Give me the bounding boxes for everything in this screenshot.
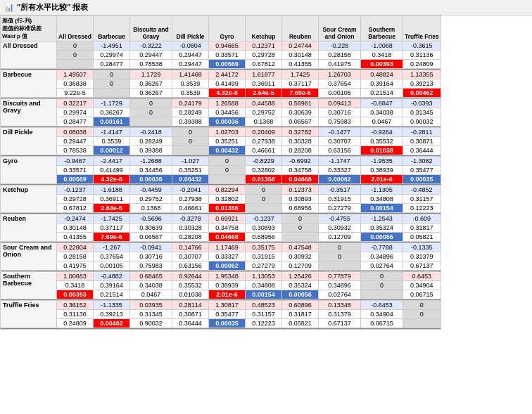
cell-9-1-2: 0.00462 xyxy=(94,319,130,328)
cell-9-2-2: 0.90032 xyxy=(130,319,172,328)
cell-2-9-1: 0.31345 xyxy=(403,108,441,117)
cell-8-2-2: 0.0467 xyxy=(130,290,172,299)
cell-2-2-0: 0 xyxy=(130,99,172,108)
cell-4-1-2: 4.32e-8 xyxy=(94,175,130,184)
cell-4-1-0: -2.4417 xyxy=(94,157,130,166)
cell-4-2-1: 0.34456 xyxy=(130,166,172,175)
cell-3-4-1: 0.35251 xyxy=(209,137,246,146)
cell-4-9-2: 0.00035 xyxy=(403,175,441,184)
cell-6-1-0: -1.7425 xyxy=(94,214,130,224)
cell-2-5-0: 0.44588 xyxy=(246,99,282,108)
cell-2-5-2: 0.1368 xyxy=(246,117,282,127)
cell-2-3-2: 0.39388 xyxy=(172,117,209,127)
cell-3-2-1: 0.28249 xyxy=(130,137,172,146)
cell-7-6-1: 0.30932 xyxy=(282,252,319,261)
cell-4-4-1: 0 xyxy=(209,166,246,175)
cell-0-0-2 xyxy=(57,60,94,69)
cell-0-0-1: 0 xyxy=(57,51,94,60)
cell-8-3-2: 0.01038 xyxy=(172,290,209,299)
cell-3-7-1: 0.30707 xyxy=(319,137,361,146)
cell-1-5-2: 2.64e-5 xyxy=(246,89,282,98)
cell-6-0-1: 0.30148 xyxy=(57,224,94,233)
cell-2-4-2: 0.00036 xyxy=(209,117,246,127)
cell-3-8-0: -0.9264 xyxy=(361,128,403,137)
cell-9-8-2: 0.06715 xyxy=(361,319,403,328)
cell-2-3-1: 0.28249 xyxy=(172,108,209,117)
cell-7-4-2: 0.00062 xyxy=(209,261,246,271)
row-label-4: Gyro xyxy=(1,157,57,184)
cell-9-3-0: 0.28114 xyxy=(172,301,209,310)
cell-6-9-0: -0.609 xyxy=(403,214,441,224)
cell-3-3-2 xyxy=(172,146,209,155)
cell-5-0-2: 0.67812 xyxy=(57,204,94,213)
cell-2-8-0: -0.6847 xyxy=(361,99,403,108)
cell-1-4-2: 4.32e-8 xyxy=(209,89,246,98)
cell-6-2-1: 0.30639 xyxy=(130,224,172,233)
cell-6-7-1: 0.30932 xyxy=(319,224,361,233)
cell-3-4-2: 0.00432 xyxy=(209,146,246,155)
cell-4-8-1: 0.38939 xyxy=(361,166,403,175)
cell-2-6-1: 0.30639 xyxy=(282,108,319,117)
cell-0-7-1: 0.28158 xyxy=(319,51,361,60)
cell-1-7-0: 1.26703 xyxy=(319,70,361,79)
cell-7-8-2: 0.02764 xyxy=(361,261,403,271)
cell-0-6-1: 0.30148 xyxy=(282,51,319,60)
cell-8-8-2 xyxy=(361,290,403,299)
cell-5-7-1: 0.31915 xyxy=(319,195,361,204)
cell-2-9-0: -0.0393 xyxy=(403,99,441,108)
col-header-8: Southern Barbecue xyxy=(361,16,403,41)
cell-1-1-2 xyxy=(94,89,130,98)
cell-4-3-1: 0.35251 xyxy=(172,166,209,175)
cell-8-8-0: 0 xyxy=(361,272,403,281)
cell-5-8-0: -1.1305 xyxy=(361,186,403,195)
cell-7-9-2: 0.67137 xyxy=(403,261,441,271)
cell-6-0-2: 0.41355 xyxy=(57,233,94,242)
cell-8-6-1: 0.35324 xyxy=(282,281,319,290)
cell-4-7-2: 0.00062 xyxy=(319,175,361,184)
cell-8-5-1: 0.34808 xyxy=(246,281,282,290)
cell-3-6-0: 0.32782 xyxy=(282,128,319,137)
cell-8-9-1: 0.34904 xyxy=(403,281,441,290)
cell-9-8-0: -0.6453 xyxy=(361,301,403,310)
cell-4-2-2: 0.00036 xyxy=(130,175,172,184)
cell-6-9-1: 0.31817 xyxy=(403,224,441,233)
cell-5-9-0: -0.4852 xyxy=(403,186,441,195)
col-header-5: Ketchup xyxy=(246,16,282,41)
cell-9-8-1: 0.34904 xyxy=(361,310,403,319)
cell-9-5-2: 0.12223 xyxy=(246,319,282,328)
cell-7-3-0: 0.14766 xyxy=(172,243,209,252)
title-icon: 📊 xyxy=(4,3,14,12)
cell-8-0-2: 0.00393 xyxy=(57,290,94,299)
cell-5-3-0: -0.2041 xyxy=(172,186,209,195)
cell-5-9-1: 0.31157 xyxy=(403,195,441,204)
cell-8-0-0: 1.00683 xyxy=(57,272,94,281)
cell-9-9-0: 0 xyxy=(403,301,441,310)
cell-8-9-2: 0.06715 xyxy=(403,290,441,299)
header-top-left: 差值 (行-列)差值的标准误差Wald p 值 xyxy=(1,16,57,41)
cell-2-4-1: 0.34456 xyxy=(209,108,246,117)
cell-5-4-1: 0.32802 xyxy=(209,195,246,204)
cell-2-1-1: 0.36267 xyxy=(94,108,130,117)
cell-8-1-2: 0.21514 xyxy=(94,290,130,299)
cell-3-0-2: 0.78538 xyxy=(57,146,94,155)
cell-2-7-2: 0.75983 xyxy=(319,117,361,127)
cell-5-4-0: 0.82294 xyxy=(209,186,246,195)
cell-7-1-0: -1.267 xyxy=(94,243,130,252)
title-bar: 📊 "所有水平比较" 报表 xyxy=(0,0,532,15)
row-label-7: Sour Cream and Onion xyxy=(1,243,57,271)
cell-3-1-0: -1.4147 xyxy=(94,128,130,137)
cell-1-4-0: 2.44172 xyxy=(209,70,246,79)
cell-0-4-1: 0.33571 xyxy=(209,51,246,60)
cell-9-1-1: 0.39213 xyxy=(94,310,130,319)
cell-0-8-2: 0.00393 xyxy=(361,60,403,69)
comparison-table: 差值 (行-列)差值的标准误差Wald p 值All DressedBarbec… xyxy=(0,15,441,330)
cell-1-2-2: 0.36267 xyxy=(130,89,172,98)
cell-1-0-2: 9.22e-5 xyxy=(57,89,94,98)
report-title: "所有水平比较" 报表 xyxy=(17,2,89,13)
cell-4-1-1: 0.41499 xyxy=(94,166,130,175)
cell-0-1-1: 0.29974 xyxy=(94,51,130,60)
cell-1-9-2: 0.00462 xyxy=(403,89,441,98)
cell-1-7-2: 0.00105 xyxy=(319,89,361,98)
cell-0-7-0: -0.228 xyxy=(319,41,361,51)
cell-7-7-2 xyxy=(319,261,361,271)
